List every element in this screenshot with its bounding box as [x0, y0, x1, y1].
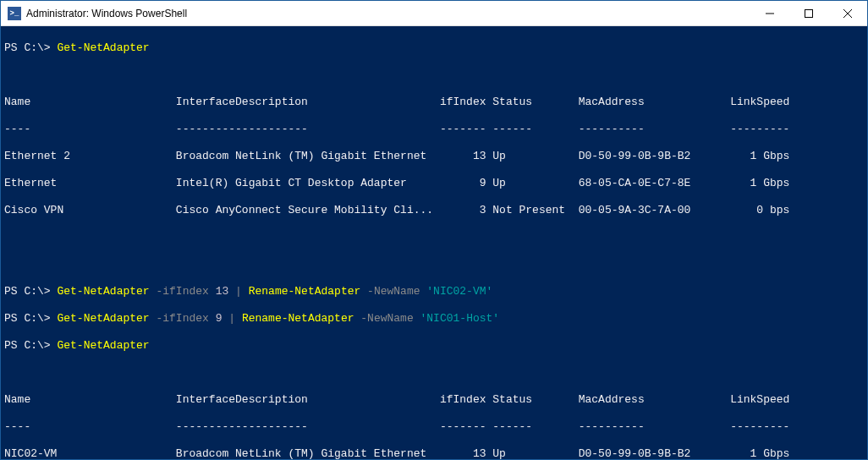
- cmdlet: Get-NetAdapter: [57, 312, 149, 325]
- pipe: |: [222, 312, 241, 325]
- powershell-icon: >_: [8, 7, 21, 20]
- command-line: PS C:\> Get-NetAdapter -ifIndex 9 | Rena…: [4, 312, 864, 326]
- prompt: PS C:\>: [4, 41, 57, 54]
- close-button[interactable]: [828, 1, 867, 25]
- minimize-button[interactable]: [750, 1, 789, 25]
- command-line: PS C:\> Get-NetAdapter: [4, 339, 864, 353]
- cmdlet: Get-NetAdapter: [57, 41, 149, 54]
- blank-line: [4, 68, 864, 82]
- table-separator: ---- -------------------- ------- ------…: [4, 420, 864, 434]
- minimize-icon: [766, 9, 774, 18]
- maximize-button[interactable]: [789, 1, 828, 25]
- table-header: Name InterfaceDescription ifIndex Status…: [4, 96, 864, 109]
- parameter: -NewName: [360, 285, 420, 298]
- blank-line: [4, 366, 864, 380]
- cmdlet: Get-NetAdapter: [57, 285, 149, 298]
- blank-line: [4, 258, 864, 271]
- argument: 9: [209, 312, 222, 325]
- table-header: Name InterfaceDescription ifIndex Status…: [4, 393, 864, 407]
- string-literal: 'NIC01-Host': [414, 312, 499, 325]
- prompt: PS C:\>: [4, 339, 57, 352]
- table-separator: ---- -------------------- ------- ------…: [4, 123, 864, 136]
- parameter: -NewName: [354, 312, 414, 325]
- string-literal: 'NIC02-VM': [420, 285, 493, 298]
- prompt: PS C:\>: [4, 312, 57, 325]
- table-row: Ethernet 2 Broadcom NetLink (TM) Gigabit…: [4, 150, 864, 163]
- command-line: PS C:\> Get-NetAdapter: [4, 41, 864, 55]
- powershell-window: >_ Administrator: Windows PowerShell PS …: [0, 0, 868, 460]
- terminal-body[interactable]: PS C:\> Get-NetAdapter Name InterfaceDes…: [1, 26, 867, 459]
- parameter: -ifIndex: [150, 285, 209, 298]
- cmdlet: Rename-NetAdapter: [242, 312, 354, 325]
- blank-line: [4, 231, 864, 244]
- window-controls: [750, 1, 867, 25]
- svg-rect-1: [805, 9, 813, 17]
- table-row: Cisco VPN Cisco AnyConnect Secure Mobili…: [4, 204, 864, 217]
- pipe: |: [228, 285, 248, 298]
- prompt: PS C:\>: [4, 285, 57, 298]
- command-line: PS C:\> Get-NetAdapter -ifIndex 13 | Ren…: [4, 285, 864, 298]
- table-row: Ethernet Intel(R) Gigabit CT Desktop Ada…: [4, 177, 864, 190]
- cmdlet: Get-NetAdapter: [57, 339, 149, 352]
- argument: 13: [209, 285, 228, 298]
- cmdlet: Rename-NetAdapter: [249, 285, 361, 298]
- table-row: NIC02-VM Broadcom NetLink (TM) Gigabit E…: [4, 447, 864, 459]
- titlebar[interactable]: >_ Administrator: Windows PowerShell: [1, 1, 867, 26]
- close-icon: [843, 9, 852, 18]
- parameter: -ifIndex: [150, 312, 209, 325]
- window-title: Administrator: Windows PowerShell: [26, 8, 750, 19]
- maximize-icon: [805, 9, 813, 18]
